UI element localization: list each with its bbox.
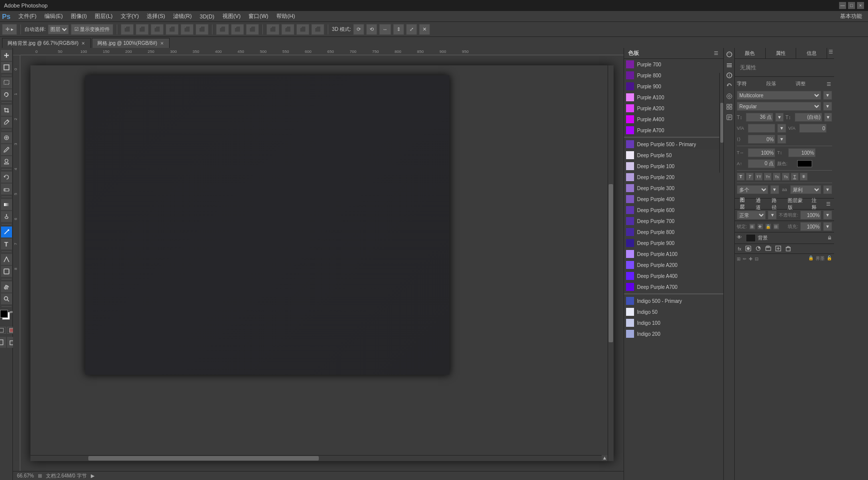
swatch-purpleA700[interactable]: Purple A700 <box>624 125 723 136</box>
move-tool[interactable] <box>1 50 12 61</box>
swatches-scroll-thumb[interactable] <box>720 103 723 143</box>
layer-adj-icon[interactable] <box>754 244 762 253</box>
nav-arrow[interactable] <box>602 455 608 461</box>
swatch-indigo200[interactable]: Indigo 200 <box>624 328 723 339</box>
screen-mode-1[interactable] <box>0 337 6 348</box>
antialias-select[interactable]: 犀利 <box>790 185 822 194</box>
menu-select[interactable]: 选择(S) <box>143 11 169 21</box>
3d-btn2[interactable]: ⟲ <box>366 24 377 35</box>
text-color-box[interactable] <box>797 160 812 167</box>
swatch-dp100[interactable]: Deep Purple 100 <box>624 161 723 172</box>
pen-icon[interactable]: ✏ <box>743 256 747 261</box>
font-style-down[interactable]: ▼ <box>823 102 832 111</box>
stamp-tool[interactable] <box>1 156 12 167</box>
select-icon[interactable]: ⊞ <box>737 256 741 261</box>
swatch-dpA400[interactable]: Deep Purple A400 <box>624 270 723 281</box>
swatch-dpA700[interactable]: Deep Purple A700 <box>624 281 723 292</box>
menu-edit[interactable]: 编辑(E) <box>40 11 67 21</box>
swatches-scrollbar[interactable] <box>719 73 723 173</box>
menu-file[interactable]: 文件(F) <box>14 11 40 21</box>
tab-2[interactable]: 网格.jpg @ 100%(RGB/8#) ✕ <box>92 38 170 48</box>
lock-artboard[interactable]: ⊟ <box>773 224 779 230</box>
lang-select[interactable]: 多个 <box>737 185 768 194</box>
eyedropper-tool[interactable] <box>1 117 12 128</box>
swatch-indigo500[interactable]: Indigo 500 - Primary <box>624 295 723 306</box>
scrollbar-thumb-h[interactable] <box>88 456 319 461</box>
prop-tab-color[interactable]: 颜色 <box>735 48 766 58</box>
eraser-tool[interactable] <box>1 184 12 195</box>
lock-all[interactable]: 🔒 <box>765 224 771 230</box>
faux-bold-btn[interactable]: T <box>737 173 745 181</box>
swatch-dp900[interactable]: Deep Purple 900 <box>624 238 723 248</box>
kerning-input[interactable] <box>748 124 775 133</box>
scrollbar-thumb-v[interactable] <box>609 184 613 342</box>
align-btn2[interactable]: ⬛ <box>136 24 149 35</box>
font-family-select[interactable]: Multicolore <box>737 91 821 100</box>
swatch-dp300[interactable]: Deep Purple 300 <box>624 183 723 194</box>
link-icon[interactable]: ⊟ <box>755 256 759 261</box>
swatch-purpleA400[interactable]: Purple A400 <box>624 114 723 125</box>
layer-group-icon[interactable] <box>764 244 772 253</box>
layer-visibility-eye[interactable]: 👁 <box>737 235 744 241</box>
layer-new-icon[interactable] <box>774 244 782 253</box>
font-style-select[interactable]: Regular <box>737 102 821 111</box>
swatch-indigo100[interactable]: Indigo 100 <box>624 317 723 328</box>
layers-menu[interactable]: ☰ <box>826 201 831 208</box>
canvas[interactable] <box>30 65 614 461</box>
align-btn7[interactable]: ⬛ <box>216 24 229 35</box>
swatch-dpA200[interactable]: Deep Purple A200 <box>624 259 723 270</box>
menu-layer[interactable]: 图层(L) <box>91 11 116 21</box>
history-brush-tool[interactable] <box>1 172 12 183</box>
tracking-pct-input[interactable] <box>748 135 775 144</box>
lang-down[interactable]: ▼ <box>770 185 779 194</box>
size-down[interactable]: ▼ <box>775 113 783 122</box>
3d-btn5[interactable]: ⤢ <box>406 24 417 35</box>
brush-tool[interactable] <box>1 144 12 155</box>
superscript-btn[interactable]: Ts <box>773 173 781 181</box>
target-icon[interactable] <box>725 92 734 101</box>
hscale-input[interactable] <box>748 148 775 157</box>
3d-btn3[interactable]: ↔ <box>379 24 391 35</box>
info-icon[interactable] <box>725 71 734 80</box>
opacity-input[interactable] <box>800 211 821 220</box>
vscale-input[interactable] <box>788 148 816 157</box>
swatch-dp600[interactable]: Deep Purple 600 <box>624 205 723 216</box>
tab-1-close[interactable]: ✕ <box>81 41 85 46</box>
minimize-btn[interactable]: — <box>839 2 846 9</box>
prop-tab-info[interactable]: 信息 <box>796 48 827 58</box>
blend-mode-select[interactable]: 正常 <box>737 211 766 220</box>
baseline-input[interactable] <box>748 159 775 168</box>
menu-help[interactable]: 帮助(H) <box>272 11 299 21</box>
align-btn9[interactable]: ⬛ <box>246 24 259 35</box>
close-btn[interactable]: × <box>857 2 864 9</box>
char-menu[interactable]: ☰ <box>825 80 832 87</box>
strikethrough-btn[interactable]: T <box>800 173 808 181</box>
shape-tool[interactable] <box>1 266 12 277</box>
tab-2-close[interactable]: ✕ <box>160 41 164 46</box>
artboard-tool[interactable] <box>1 62 12 73</box>
track-pct-down[interactable]: ▼ <box>777 135 786 144</box>
align-btn8[interactable]: ⬛ <box>231 24 244 35</box>
swatch-purple900[interactable]: Purple 900 <box>624 81 723 92</box>
align-btn3[interactable]: ⬛ <box>151 24 164 35</box>
menu-filter[interactable]: 滤镜(R) <box>169 11 196 21</box>
path-select-tool[interactable] <box>1 254 12 265</box>
all-caps-btn[interactable]: TT <box>755 173 763 181</box>
swatches-list[interactable]: Purple 700 Purple 800 Purple 900 Purple … <box>624 59 723 480</box>
menu-view[interactable]: 视图(V) <box>218 11 245 21</box>
dist-btn1[interactable]: ⬛ <box>266 24 279 35</box>
menu-image[interactable]: 图像(I) <box>67 11 91 21</box>
swatch-purple800[interactable]: Purple 800 <box>624 70 723 81</box>
menu-3d[interactable]: 3D(D) <box>196 12 218 20</box>
swatch-indigo50[interactable]: Indigo 50 <box>624 306 723 317</box>
swatch-purpleA200[interactable]: Purple A200 <box>624 103 723 114</box>
lock-position[interactable]: ✚ <box>757 224 763 230</box>
blend-down[interactable]: ▼ <box>768 211 777 220</box>
text-tool[interactable]: T <box>1 239 12 249</box>
layer-fx-icon[interactable]: fx <box>737 245 742 252</box>
fill-down[interactable]: ▼ <box>823 222 832 231</box>
font-family-down[interactable]: ▼ <box>823 91 832 100</box>
color-control[interactable]: ⇄ <box>0 310 13 325</box>
scrollbar-bottom[interactable] <box>30 455 608 461</box>
align-btn4[interactable]: ⬛ <box>166 24 179 35</box>
